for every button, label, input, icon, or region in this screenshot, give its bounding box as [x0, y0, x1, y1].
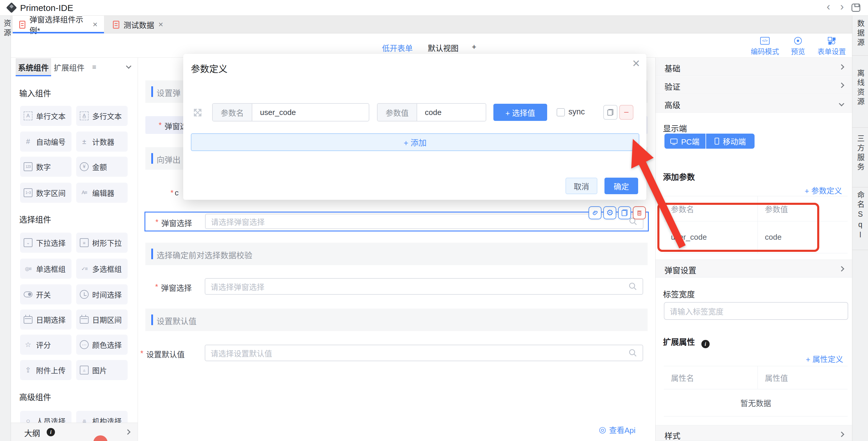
- accordion-validation[interactable]: 验证: [656, 76, 852, 94]
- rail-item-datasource[interactable]: 数据源: [852, 20, 868, 49]
- param-value-input[interactable]: code: [417, 104, 486, 121]
- view-tab-lowcode-form[interactable]: 低开表单: [382, 42, 413, 53]
- pc-side-button[interactable]: PC端: [664, 134, 706, 149]
- palette-item-currency[interactable]: 金额: [76, 157, 128, 177]
- accordion-style[interactable]: 样式: [656, 425, 852, 441]
- save-icon[interactable]: [851, 4, 860, 12]
- dialog-close-icon[interactable]: ×: [632, 57, 640, 70]
- palette-item-checkbox-group[interactable]: 多选框组: [76, 259, 128, 279]
- palette-item-upload[interactable]: 附件上传: [20, 360, 71, 380]
- close-icon[interactable]: ×: [93, 20, 97, 29]
- view-api-link[interactable]: ◎ 查看Api: [599, 424, 636, 435]
- palette-item-radio-group[interactable]: 单选框组: [20, 259, 71, 279]
- image-icon: [80, 365, 89, 375]
- palette-item-number-range[interactable]: 数字区间: [20, 183, 71, 203]
- palette-item-rating[interactable]: 评分: [20, 334, 71, 355]
- info-icon[interactable]: i: [47, 428, 55, 436]
- tree-select-icon: [80, 238, 89, 247]
- checkbox-group-icon: [80, 264, 89, 273]
- palette-item-counter[interactable]: 计数器: [76, 131, 128, 152]
- drag-move-icon[interactable]: [193, 108, 203, 118]
- rail-item-resources[interactable]: 资源: [1, 19, 12, 38]
- confirm-button[interactable]: 确定: [604, 178, 638, 194]
- copy-icon[interactable]: [618, 206, 631, 219]
- label-width-input[interactable]: 请输入标签宽度: [664, 302, 848, 320]
- select-value-button[interactable]: + 选择值: [493, 104, 547, 121]
- preview-eye-icon: [794, 37, 802, 45]
- palette-list-icon[interactable]: ≡: [92, 63, 96, 71]
- delete-icon[interactable]: [633, 206, 646, 219]
- form-file-icon: [113, 21, 119, 29]
- auto-number-icon: [24, 137, 32, 146]
- info-icon[interactable]: i: [701, 340, 710, 348]
- action-code-mode[interactable]: </> 编码模式: [747, 36, 783, 56]
- action-preview[interactable]: 预览: [780, 36, 816, 56]
- ext-props-table: 属性名 属性值 暂无数据: [664, 366, 848, 416]
- popup-select-input[interactable]: 请选择弹窗选择: [205, 214, 644, 229]
- prop-value-header: 属性值: [758, 366, 848, 389]
- view-tab-add[interactable]: +: [472, 42, 476, 52]
- default-value-input[interactable]: 请选择设置默认值: [205, 345, 643, 361]
- params-table: 参数名 参数值 user_code code: [664, 196, 848, 253]
- nav-back-icon[interactable]: ‹: [823, 1, 834, 13]
- sync-label: sync: [568, 107, 585, 116]
- prop-define-link[interactable]: + 属性定义: [806, 353, 843, 364]
- palette-item-editor[interactable]: 编辑器: [76, 183, 128, 203]
- param-row[interactable]: user_code code: [664, 221, 848, 253]
- palette-item-date-picker[interactable]: 日期选择: [20, 310, 71, 329]
- palette-item-auto-number[interactable]: 自动编号: [20, 131, 71, 152]
- gear-icon[interactable]: ⚙: [603, 206, 616, 219]
- palette-item-color-picker[interactable]: 颜色选择: [76, 334, 128, 355]
- remove-row-button[interactable]: −: [619, 105, 633, 120]
- nav-forward-icon[interactable]: ›: [837, 1, 847, 13]
- palette-item-multi-line-text[interactable]: 多行文本: [76, 106, 128, 126]
- cancel-button[interactable]: 取消: [565, 178, 597, 194]
- display-side-group: PC端 移动端: [664, 134, 754, 149]
- popup-select-input-2[interactable]: 请选择弹窗选择: [205, 278, 643, 295]
- color-picker-icon: [80, 340, 89, 349]
- outline-bar[interactable]: 大纲 i: [11, 423, 138, 441]
- accordion-advanced[interactable]: 高级: [656, 95, 852, 113]
- palette-item-tree-select[interactable]: 树形下拉: [76, 233, 128, 253]
- palette-item-date-range[interactable]: 日期区间: [76, 310, 128, 329]
- link-icon[interactable]: [589, 206, 601, 219]
- selected-popup-select-field[interactable]: * 弹窗选择 请选择弹窗选择: [145, 212, 649, 231]
- palette-tab-system[interactable]: 系统组件: [16, 58, 51, 76]
- action-form-settings[interactable]: 表单设置: [814, 36, 849, 56]
- add-param-button[interactable]: + 添加: [191, 133, 639, 151]
- rail-item-named-sql[interactable]: 命名Sql: [852, 191, 868, 242]
- palette-item-dropdown-select[interactable]: 下拉选择: [20, 233, 71, 253]
- close-icon[interactable]: ×: [158, 20, 163, 29]
- monitor-icon: [670, 139, 677, 144]
- number-icon: [24, 162, 32, 171]
- param-define-link[interactable]: + 参数定义: [805, 185, 842, 196]
- sync-checkbox[interactable]: [557, 108, 565, 116]
- tab-test-data[interactable]: 测试数据 ×: [106, 16, 173, 33]
- copy-row-button[interactable]: [603, 105, 617, 120]
- accordion-basic[interactable]: 基础: [656, 58, 852, 76]
- rating-icon: [24, 340, 32, 349]
- group-title-advanced: 高级组件: [19, 391, 51, 403]
- palette-tab-extension[interactable]: 扩展组件: [54, 58, 85, 76]
- palette-item-number[interactable]: 数字: [20, 157, 71, 177]
- palette-item-single-line-text[interactable]: 单行文本: [20, 106, 71, 126]
- palette-collapse-icon[interactable]: [126, 63, 131, 68]
- app-title: Primeton-IDE: [20, 3, 73, 13]
- view-api-icon: ◎: [599, 425, 606, 435]
- tab-popup-select-example[interactable]: 弹窗选择组件示例* ×: [13, 16, 104, 33]
- accordion-popup-settings[interactable]: 弹窗设置: [656, 260, 852, 277]
- outline-expand-icon[interactable]: [125, 429, 130, 435]
- component-palette: 系统组件 扩展组件 ≡ 输入组件 单行文本 多行文本 自动编号 计数器 数字 金…: [11, 58, 138, 441]
- param-name-input[interactable]: user_code: [252, 104, 369, 121]
- palette-item-time-picker[interactable]: 时间选择: [76, 284, 128, 304]
- view-tab-default-view[interactable]: 默认视图: [428, 42, 459, 53]
- palette-item-switch[interactable]: 开关: [20, 284, 71, 304]
- param-name-group: 参数名 user_code: [212, 103, 369, 121]
- multi-line-text-icon: [80, 112, 89, 120]
- rail-item-offline-resources[interactable]: 离线资源: [852, 69, 868, 108]
- palette-item-image[interactable]: 图片: [76, 360, 128, 380]
- chevron-down-icon: [839, 101, 844, 106]
- section-validate-before-confirm: 选择确定前对选择数据校验: [145, 243, 648, 265]
- rail-item-third-party-services[interactable]: 三方服务: [852, 135, 868, 174]
- mobile-side-button[interactable]: 移动端: [706, 134, 754, 149]
